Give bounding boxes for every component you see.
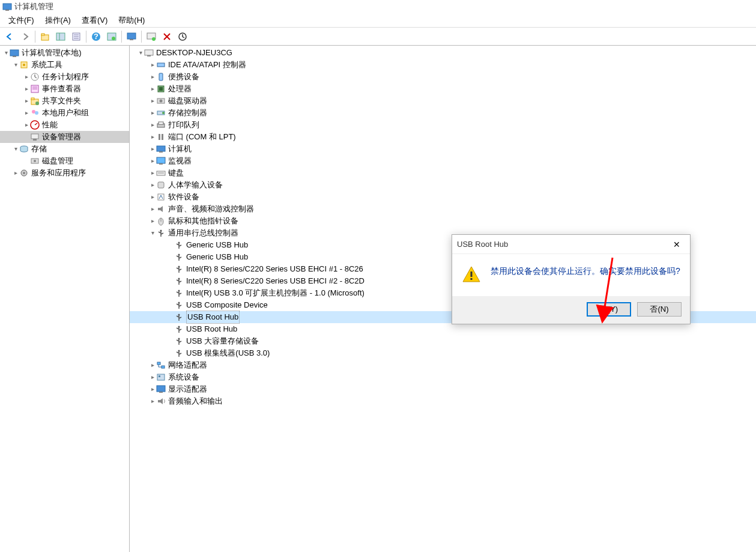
tree-item-label: 系统工具 (31, 59, 62, 71)
tree-item[interactable]: IDE ATA/ATAPI 控制器 (130, 59, 756, 71)
chevron-down-icon[interactable] (149, 227, 156, 239)
tree-item[interactable]: 打印队列 (130, 119, 756, 131)
tree-item[interactable]: 鼠标和其他指针设备 (130, 215, 756, 227)
tree-item[interactable]: 存储 (0, 143, 129, 155)
chevron-right-icon[interactable] (149, 155, 156, 167)
menu-help[interactable]: 帮助(H) (113, 14, 150, 27)
chevron-right-icon[interactable] (149, 59, 156, 71)
tree-item[interactable]: 音频输入和输出 (130, 395, 756, 407)
tree-item[interactable]: 人体学输入设备 (130, 179, 756, 191)
tree-item[interactable]: USB Root Hub (130, 323, 756, 335)
tree-item[interactable]: 存储控制器 (130, 107, 756, 119)
svg-rect-117 (157, 386, 165, 392)
tree-item[interactable]: 计算机管理(本地) (0, 47, 129, 59)
tree-item[interactable]: 计算机 (130, 143, 756, 155)
chevron-right-icon[interactable] (149, 191, 156, 203)
tree-item[interactable]: 系统工具 (0, 59, 129, 71)
tree-item[interactable]: 系统设备 (130, 371, 756, 383)
svg-rect-1 (5, 10, 9, 11)
menu-action[interactable]: 操作(A) (40, 14, 76, 27)
no-button[interactable]: 否(N) (637, 302, 682, 317)
tree-item[interactable]: 声音、视频和游戏控制器 (130, 203, 756, 215)
tree-item[interactable]: 显示适配器 (130, 383, 756, 395)
tree-item[interactable]: 网络适配器 (130, 359, 756, 371)
usb-icon (174, 312, 184, 322)
menu-file[interactable]: 文件(F) (4, 14, 39, 27)
chevron-right-icon[interactable] (23, 83, 30, 95)
chevron-down-icon[interactable] (12, 143, 19, 155)
chevron-right-icon[interactable] (149, 143, 156, 155)
tree-item[interactable]: 服务和应用程序 (0, 167, 129, 179)
monitor-button[interactable] (124, 29, 139, 44)
chevron-right-icon[interactable] (23, 107, 30, 119)
chevron-right-icon[interactable] (149, 395, 156, 407)
chevron-right-icon[interactable] (23, 71, 30, 83)
tree-item[interactable]: 端口 (COM 和 LPT) (130, 131, 756, 143)
tree-item[interactable]: 本地用户和组 (0, 107, 129, 119)
chevron-right-icon[interactable] (149, 83, 156, 95)
chevron-right-icon[interactable] (149, 95, 156, 107)
tree-item-label: 显示适配器 (168, 383, 207, 395)
chevron-right-icon[interactable] (149, 359, 156, 371)
refresh-button[interactable] (104, 29, 119, 44)
tree-item[interactable]: 性能 (0, 119, 129, 131)
usb-ctrl-icon (156, 228, 166, 238)
chevron-right-icon[interactable] (12, 167, 19, 179)
chevron-right-icon[interactable] (149, 371, 156, 383)
chevron-right-icon[interactable] (149, 215, 156, 227)
scan-hardware-button[interactable] (144, 29, 159, 44)
usb-icon (174, 240, 184, 250)
chevron-right-icon[interactable] (23, 95, 30, 107)
tree-item[interactable]: 磁盘管理 (0, 155, 129, 167)
yes-button[interactable]: 是(Y) (587, 302, 631, 317)
tree-item[interactable]: 软件设备 (130, 191, 756, 203)
tree-item[interactable]: USB 根集线器(USB 3.0) (130, 347, 756, 359)
up-button[interactable] (38, 29, 52, 44)
forward-button[interactable] (18, 29, 32, 44)
chevron-down-icon[interactable] (2, 47, 10, 59)
chevron-right-icon[interactable] (149, 203, 156, 215)
chevron-right-icon[interactable] (149, 119, 156, 131)
tree-item[interactable]: 设备管理器 (0, 131, 129, 143)
tree-item[interactable]: 共享文件夹 (0, 95, 129, 107)
show-hide-console-button[interactable] (53, 29, 68, 44)
ports-icon (156, 132, 166, 142)
chevron-down-icon[interactable] (137, 47, 144, 59)
menu-view[interactable]: 查看(V) (77, 14, 112, 27)
tree-item[interactable]: 事件查看器 (0, 83, 129, 95)
chevron-right-icon[interactable] (149, 71, 156, 83)
tree-item[interactable]: 磁盘驱动器 (130, 95, 756, 107)
chevron-right-icon[interactable] (149, 131, 156, 143)
tree-item[interactable]: 处理器 (130, 83, 756, 95)
tree-item-label: 音频输入和输出 (168, 395, 223, 407)
computer-mgmt-icon (10, 48, 19, 58)
chevron-down-icon[interactable] (12, 59, 19, 71)
uninstall-button[interactable] (175, 29, 190, 44)
chevron-right-icon[interactable] (23, 119, 30, 131)
svg-rect-45 (157, 63, 165, 67)
tree-item-label: 鼠标和其他指针设备 (168, 215, 238, 227)
tree-item[interactable]: 任务计划程序 (0, 71, 129, 83)
tree-item[interactable]: 监视器 (130, 155, 756, 167)
svg-rect-119 (471, 271, 473, 277)
tree-item[interactable]: USB 大容量存储设备 (130, 335, 756, 347)
dialog-close-button[interactable]: ✕ (668, 238, 685, 250)
chevron-right-icon[interactable] (149, 383, 156, 395)
svg-point-33 (35, 111, 38, 115)
system-dev-icon (156, 372, 166, 382)
chevron-right-icon[interactable] (149, 167, 156, 179)
properties-button[interactable] (69, 29, 83, 44)
tree-item[interactable]: 便携设备 (130, 71, 756, 83)
tree-item[interactable]: DESKTOP-NJEU3CG (130, 47, 756, 59)
usb-icon (174, 276, 184, 286)
print-queue-icon (156, 120, 166, 130)
disable-button[interactable] (160, 29, 174, 44)
tree-item-label: 系统设备 (168, 371, 199, 383)
chevron-right-icon[interactable] (149, 107, 156, 119)
tree-item[interactable]: 键盘 (130, 167, 756, 179)
left-navigation-tree[interactable]: 计算机管理(本地)系统工具任务计划程序事件查看器共享文件夹本地用户和组性能设备管… (0, 46, 130, 552)
performance-icon (30, 120, 40, 130)
back-button[interactable] (2, 29, 17, 44)
help-button[interactable]: ? (89, 29, 103, 44)
chevron-right-icon[interactable] (149, 179, 156, 191)
